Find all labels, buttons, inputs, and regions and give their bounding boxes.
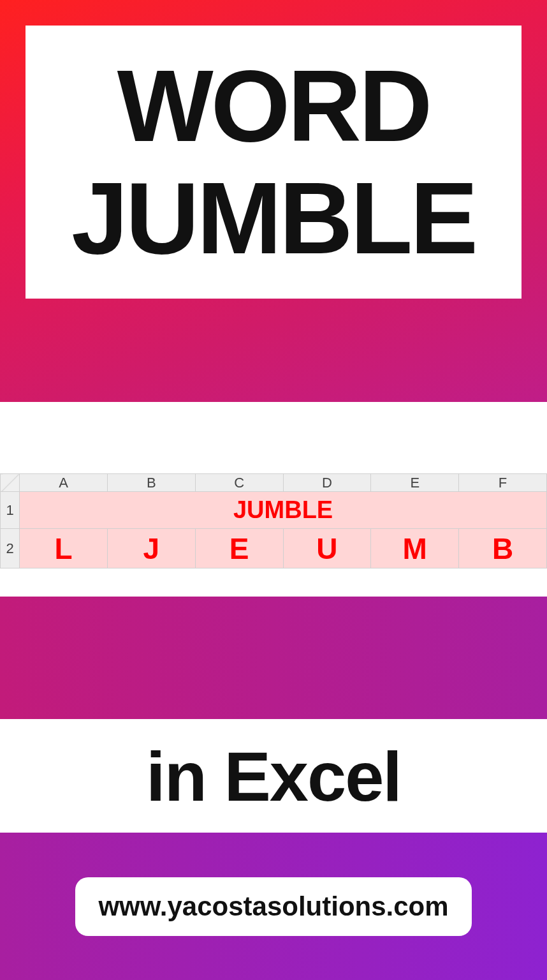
col-header-F: F <box>459 474 547 492</box>
data-row-1: 1 JUMBLE <box>1 492 547 529</box>
title-box: WORD JUMBLE <box>26 26 521 299</box>
letter-cell-C2: E <box>195 529 283 568</box>
title-line-2: JUMBLE <box>71 162 476 274</box>
col-header-E: E <box>371 474 459 492</box>
subtitle-panel: in Excel <box>0 719 547 833</box>
column-header-row: A B C D E F <box>1 474 547 492</box>
letter-cell-F2: B <box>459 529 547 568</box>
top-gradient-panel: WORD JUMBLE <box>0 0 547 402</box>
merged-title-cell: JUMBLE <box>20 492 547 529</box>
col-header-D: D <box>283 474 371 492</box>
subtitle-text: in Excel <box>146 736 401 817</box>
letter-cell-E2: M <box>371 529 459 568</box>
select-all-corner <box>1 474 20 492</box>
promo-graphic: WORD JUMBLE A B C D E F 1 JUMBLE <box>0 0 547 980</box>
data-row-2: 2 L J E U M B <box>1 529 547 568</box>
excel-grid-wrap: A B C D E F 1 JUMBLE 2 L J E U M <box>0 430 547 568</box>
letter-cell-D2: U <box>283 529 371 568</box>
url-pill: www.yacostasolutions.com <box>75 877 471 936</box>
title-line-1: WORD <box>117 50 430 162</box>
mid-gradient-band <box>0 597 547 719</box>
excel-grid: A B C D E F 1 JUMBLE 2 L J E U M <box>0 473 547 568</box>
letter-cell-A2: L <box>20 529 108 568</box>
url-text: www.yacostasolutions.com <box>98 891 448 922</box>
bottom-gradient-panel: www.yacostasolutions.com <box>0 833 547 980</box>
col-header-C: C <box>195 474 283 492</box>
col-header-A: A <box>20 474 108 492</box>
row-header-1: 1 <box>1 492 20 529</box>
letter-cell-B2: J <box>107 529 195 568</box>
row-header-2: 2 <box>1 529 20 568</box>
col-header-B: B <box>107 474 195 492</box>
excel-screenshot-panel: A B C D E F 1 JUMBLE 2 L J E U M <box>0 402 547 597</box>
